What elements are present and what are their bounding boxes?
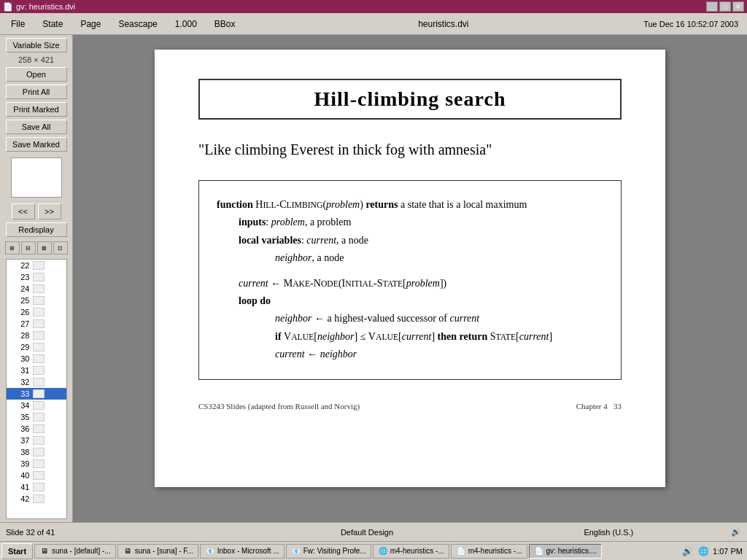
next-page-button[interactable]: >>: [38, 203, 61, 219]
thumbnail-preview: [11, 158, 62, 198]
current-ref3: current: [519, 331, 549, 342]
page-list-item[interactable]: 39: [7, 458, 66, 470]
variable-size-button[interactable]: Variable Size: [6, 38, 67, 52]
loop-keyword: loop do: [239, 295, 271, 306]
page-list-item[interactable]: 35: [7, 411, 66, 423]
page-number: 36: [8, 424, 30, 433]
algo-line-7: neighbor ← a highest-valued successor of…: [217, 311, 603, 327]
page-list-item[interactable]: 34: [7, 400, 66, 411]
taskbar-item-1[interactable]: 🖥 suna - [suna] - F...: [117, 544, 198, 559]
page-number: 33: [8, 389, 30, 398]
page-list-item[interactable]: 27: [7, 318, 66, 330]
zoom-menu[interactable]: 1.000: [167, 15, 205, 33]
taskbar-item-2[interactable]: 📧 Inbox - Microsoft ...: [200, 544, 285, 559]
taskbar-label-2: Inbox - Microsoft ...: [217, 547, 279, 555]
page-number: 40: [8, 471, 30, 480]
page-list-item[interactable]: 37: [7, 435, 66, 446]
initial-state: INITIAL-STATE: [342, 278, 403, 289]
taskbar-item-4[interactable]: 🌐 m4-heuristics -...: [373, 544, 449, 559]
page-thumbnail: [33, 319, 44, 328]
page-list-item[interactable]: 41: [7, 481, 66, 493]
dimensions-display: 258 × 421: [18, 55, 54, 64]
page-list-item[interactable]: 29: [7, 341, 66, 353]
taskbar-item-5[interactable]: 📄 m4-heuristics -...: [451, 544, 527, 559]
taskbar-item-3[interactable]: 📧 Fw: Visiting Profe...: [286, 544, 371, 559]
page-list-item[interactable]: 36: [7, 423, 66, 435]
algo-line-8: if VALUE[neighbor] ≤ VALUE[current] then…: [217, 329, 603, 345]
save-marked-button[interactable]: Save Marked: [6, 137, 67, 152]
algo-line-2: inputs: problem, a problem: [217, 214, 603, 230]
design-info: Default Design: [247, 528, 486, 537]
page-number: 34: [8, 401, 30, 410]
algo-line-9: current ← neighbor: [217, 346, 603, 362]
save-all-button[interactable]: Save All: [6, 120, 67, 134]
start-button[interactable]: Start: [1, 543, 33, 559]
view-icon-4[interactable]: ⊡: [53, 241, 68, 254]
print-all-button[interactable]: Print All: [6, 85, 67, 99]
view-icon-2[interactable]: ⊟: [21, 241, 36, 254]
page-list-item[interactable]: 42: [7, 493, 66, 505]
close-button[interactable]: ✕: [732, 1, 744, 12]
current-ref: current: [450, 313, 480, 324]
state-menu[interactable]: State: [34, 15, 71, 33]
local-keyword: local variables: [239, 235, 301, 246]
then-keyword: then return: [438, 331, 490, 342]
algo-line-1: function HILL-CLIMBING(problem) returns …: [217, 197, 603, 213]
page-list-item[interactable]: 28: [7, 330, 66, 341]
page-thumbnail: [33, 471, 44, 480]
seascape-menu[interactable]: Seascape: [110, 15, 165, 33]
algo-name: HILL-CLIMBING: [255, 199, 322, 210]
page-thumbnail: [33, 331, 44, 340]
taskbar-icon-0: 🖥: [39, 546, 50, 556]
redisplay-button[interactable]: Redisplay: [6, 222, 67, 237]
page-list-item[interactable]: 33: [7, 388, 66, 400]
page-thumbnail: [33, 401, 44, 410]
page-thumbnail: [33, 459, 44, 468]
bbox-menu[interactable]: BBox: [206, 15, 244, 33]
taskbar-label-6: gv: heuristics....: [546, 547, 597, 555]
make-node: MAKE-NODE: [284, 278, 338, 289]
current-assign2: current: [275, 349, 305, 359]
if-keyword: if: [275, 331, 284, 342]
value-kw2: VALUE: [368, 331, 398, 342]
problem-ref: problem: [406, 278, 440, 289]
view-icon-1[interactable]: ⊞: [5, 241, 20, 254]
algorithm-box: function HILL-CLIMBING(problem) returns …: [198, 180, 622, 380]
page-list-item[interactable]: 26: [7, 306, 66, 318]
page-list-item[interactable]: 25: [7, 295, 66, 306]
page-menu[interactable]: Page: [72, 15, 109, 33]
neighbor-assign: neighbor: [275, 313, 312, 324]
print-marked-button[interactable]: Print Marked: [6, 102, 67, 117]
taskbar-icon-5: 📄: [456, 546, 466, 556]
state-kw: STATE: [490, 331, 516, 342]
taskbar-icon-6: 📄: [534, 546, 544, 556]
taskbar-item-0[interactable]: 🖥 suna - [default] -...: [34, 544, 116, 559]
taskbar-item-6[interactable]: 📄 gv: heuristics....: [529, 544, 602, 559]
minimize-button[interactable]: _: [706, 1, 718, 12]
page-list-item[interactable]: 22: [7, 260, 66, 271]
page-list-item[interactable]: 40: [7, 470, 66, 481]
view-icon-3[interactable]: ⊠: [37, 241, 52, 254]
file-menu[interactable]: File: [3, 15, 33, 33]
prev-page-button[interactable]: <<: [12, 203, 35, 219]
maximize-button[interactable]: □: [719, 1, 731, 12]
page-thumbnail: [33, 284, 44, 293]
page-list-item[interactable]: 24: [7, 283, 66, 295]
current-assign: current: [239, 278, 268, 289]
page-list-item[interactable]: 32: [7, 376, 66, 388]
open-button[interactable]: Open: [6, 67, 67, 82]
page-number: 32: [8, 378, 30, 386]
document-area[interactable]: Hill-climbing search "Like climbing Ever…: [73, 35, 747, 522]
taskbar-right: 🔊 🌐 1:07 PM: [681, 545, 746, 558]
page-list-item[interactable]: 30: [7, 353, 66, 365]
titlebar: 📄 gv: heuristics.dvi _ □ ✕: [0, 0, 747, 13]
page-list-item[interactable]: 23: [7, 271, 66, 283]
var-current: current: [306, 235, 336, 246]
page-thumbnail: [33, 343, 44, 351]
titlebar-left: 📄 gv: heuristics.dvi: [3, 2, 75, 12]
algo-line-6: loop do: [217, 293, 603, 309]
page-list-item[interactable]: 38: [7, 446, 66, 458]
page-list-item[interactable]: 31: [7, 365, 66, 376]
datetime-display: Tue Dec 16 10:52:07 2003: [643, 20, 738, 28]
page-thumbnail: [33, 308, 44, 316]
